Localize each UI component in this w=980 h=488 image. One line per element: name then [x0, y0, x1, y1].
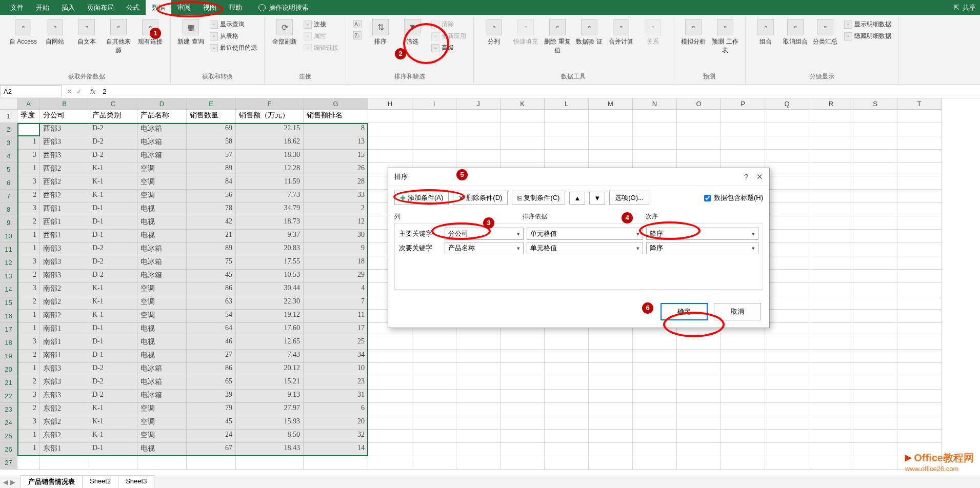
cell[interactable] [633, 336, 677, 350]
col-header-D[interactable]: D [137, 98, 187, 110]
cell[interactable] [368, 443, 412, 456]
cell[interactable] [765, 350, 809, 363]
cell[interactable] [677, 390, 721, 403]
cell[interactable]: D-1 [89, 216, 137, 230]
share-icon[interactable]: ⇱ [954, 4, 959, 11]
cell[interactable]: 31 [304, 390, 368, 403]
col-header-B[interactable]: B [40, 98, 89, 110]
cell[interactable]: 南部2 [40, 310, 89, 323]
cell[interactable]: 南部3 [40, 256, 89, 270]
ribbon-自文本[interactable]: ▫自文本 [72, 17, 102, 48]
cell[interactable]: D-2 [89, 376, 137, 390]
enter-formula-icon[interactable]: ✓ [76, 88, 82, 95]
cell[interactable]: 1 [17, 310, 40, 323]
cell[interactable]: 西部1 [40, 203, 89, 216]
ribbon-合并计算[interactable]: ▫合并计算 [606, 17, 636, 48]
cell[interactable] [809, 430, 853, 443]
cell[interactable] [633, 430, 677, 443]
cell[interactable] [545, 110, 589, 123]
cell[interactable]: 东部2 [40, 403, 89, 416]
cell[interactable] [368, 416, 412, 430]
cell[interactable] [765, 230, 809, 243]
cell[interactable]: 54 [187, 310, 236, 323]
ribbon-模拟分析[interactable]: ▫模拟分析 [678, 17, 708, 48]
cell[interactable] [897, 376, 942, 390]
ribbon-高级[interactable]: ▫高级 [429, 43, 468, 53]
cell[interactable]: 30.44 [236, 283, 304, 296]
cell[interactable]: 17.55 [236, 256, 304, 270]
secondary-order-select[interactable]: 降序 [646, 242, 758, 254]
sheet-tab-Sheet3[interactable]: Sheet3 [118, 475, 154, 488]
formula-input[interactable]: 2 [98, 87, 980, 96]
cell[interactable] [853, 296, 897, 310]
cell[interactable] [809, 150, 853, 163]
cell[interactable]: D-2 [89, 363, 137, 376]
cell[interactable]: 18.62 [236, 136, 304, 150]
cell[interactable]: 1 [17, 230, 40, 243]
cell[interactable]: 18.43 [236, 443, 304, 456]
cell[interactable] [765, 110, 809, 123]
cell[interactable]: 西部1 [40, 216, 89, 230]
cell[interactable] [765, 283, 809, 296]
cell[interactable] [765, 150, 809, 163]
cell[interactable] [809, 336, 853, 350]
cell[interactable]: 8 [304, 123, 368, 136]
cell[interactable] [809, 403, 853, 416]
cell[interactable]: 3 [17, 203, 40, 216]
cell[interactable] [633, 403, 677, 416]
cell[interactable]: 12 [304, 216, 368, 230]
cell[interactable] [677, 363, 721, 376]
cell[interactable] [589, 403, 633, 416]
cell[interactable] [809, 283, 853, 296]
cell[interactable] [368, 150, 412, 163]
cell[interactable] [589, 363, 633, 376]
cell[interactable]: 南部3 [40, 270, 89, 283]
ribbon-显示查询[interactable]: ▫显示查询 [208, 19, 259, 30]
cell[interactable]: K-1 [89, 310, 137, 323]
menu-页面布局[interactable]: 页面布局 [81, 0, 120, 15]
cell[interactable]: 电冰箱 [137, 243, 187, 256]
cell[interactable] [412, 416, 456, 430]
cell[interactable] [765, 336, 809, 350]
cell[interactable] [809, 256, 853, 270]
cell[interactable] [721, 150, 765, 163]
cell[interactable] [412, 456, 456, 470]
cell[interactable] [853, 310, 897, 323]
cell[interactable]: 电冰箱 [137, 256, 187, 270]
col-header-F[interactable]: F [236, 98, 304, 110]
name-box[interactable] [0, 85, 62, 97]
cell[interactable] [456, 123, 501, 136]
cell[interactable] [368, 430, 412, 443]
cell[interactable]: D-1 [89, 443, 137, 456]
cell[interactable] [456, 376, 501, 390]
menu-公式[interactable]: 公式 [120, 0, 146, 15]
cell[interactable]: 空调 [137, 296, 187, 310]
cell[interactable] [501, 350, 545, 363]
cell[interactable]: 22.15 [236, 123, 304, 136]
cell[interactable]: 东部1 [40, 443, 89, 456]
cell[interactable] [809, 350, 853, 363]
cell[interactable] [765, 190, 809, 203]
cell[interactable] [765, 256, 809, 270]
ribbon-预测
工作表[interactable]: ▫预测 工作表 [710, 17, 740, 57]
cell[interactable]: 15.93 [236, 416, 304, 430]
primary-sorton-select[interactable]: 单元格值 [527, 228, 643, 240]
cell[interactable] [721, 376, 765, 390]
cell[interactable]: 20.83 [236, 243, 304, 256]
cell[interactable]: 30 [304, 230, 368, 243]
cell[interactable]: 南部1 [40, 323, 89, 336]
ribbon-数据验
证[interactable]: ▫数据验 证 [574, 17, 604, 48]
cell[interactable] [721, 430, 765, 443]
cell[interactable]: 南部3 [40, 243, 89, 256]
cell[interactable]: 东部2 [40, 416, 89, 430]
cell[interactable]: D-1 [89, 323, 137, 336]
cell[interactable] [456, 456, 501, 470]
cell[interactable] [721, 390, 765, 403]
cell[interactable] [412, 443, 456, 456]
row-header-13[interactable]: 13 [0, 270, 17, 283]
cell[interactable]: 2 [17, 350, 40, 363]
cell[interactable] [809, 176, 853, 190]
row-header-6[interactable]: 6 [0, 176, 17, 190]
cell[interactable] [677, 136, 721, 150]
cell[interactable]: 11.59 [236, 176, 304, 190]
